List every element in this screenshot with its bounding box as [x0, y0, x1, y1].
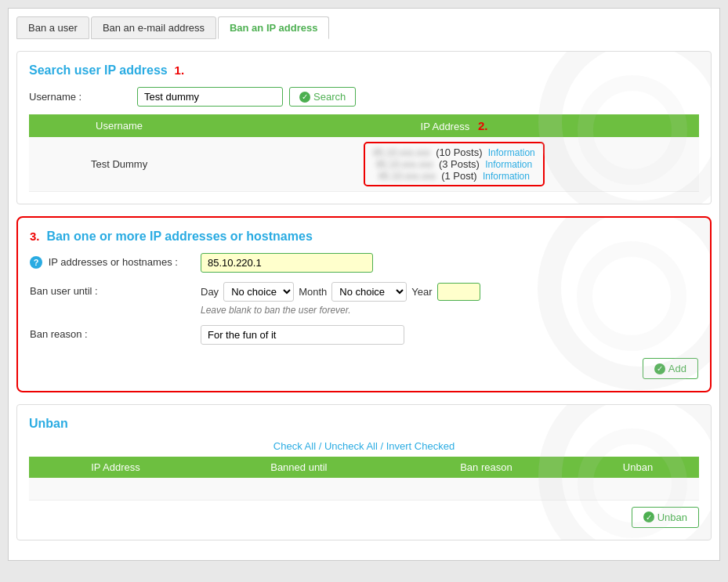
ip-input-row: ? IP addresses or hostnames : [30, 253, 698, 273]
ip-addr-1: 85.10.xxx.xxx [373, 147, 430, 158]
ip-entry-1: 85.10.xxx.xxx (10 Posts) Information [373, 146, 534, 158]
month-label: Month [299, 286, 327, 298]
unban-cell-2 [202, 478, 396, 500]
ip-posts-1: (10 Posts) [436, 146, 482, 158]
add-check-icon: ✓ [654, 363, 665, 374]
ban-until-label: Ban user until : [30, 282, 194, 297]
forever-hint: Leave blank to ban the user forever. [201, 305, 480, 316]
ip-label-text: IP addresses or hostnames : [49, 256, 178, 268]
ip-info-box: 85.10.xxx.xxx (10 Posts) Information 85.… [364, 142, 544, 186]
ban-title: 3. Ban one or more IP addresses or hostn… [30, 230, 698, 244]
year-input[interactable] [437, 283, 480, 301]
ip-addr-3: 85.10.xxx.xxx [378, 171, 436, 182]
invert-checked-link[interactable]: Invert Checked [386, 440, 455, 452]
info-link-2[interactable]: Information [485, 159, 532, 170]
col-username: Username [29, 114, 209, 137]
tab-ban-ip[interactable]: Ban an IP address [218, 16, 329, 39]
ban-section: 3. Ban one or more IP addresses or hostn… [16, 216, 712, 392]
day-select[interactable]: No choice 123 [223, 282, 294, 302]
help-icon: ? [30, 256, 42, 269]
search-section: Search user IP address 1. Username : ✓ S… [16, 51, 712, 204]
unban-title: Unban [29, 417, 699, 431]
col-unban: Unban [577, 457, 699, 478]
ip-posts-3: (1 Post) [441, 170, 477, 182]
step-3: 3. [30, 230, 40, 243]
add-button[interactable]: ✓ Add [643, 358, 698, 379]
year-label: Year [411, 286, 432, 298]
col-ip-label: IP Address [421, 121, 470, 132]
add-button-label: Add [668, 363, 686, 374]
tabs-bar: Ban a user Ban an e-mail address Ban an … [16, 16, 712, 39]
col-ip-unban: IP Address [29, 457, 202, 478]
sep2: / [380, 440, 386, 452]
step-1: 1. [175, 63, 185, 77]
ip-entry-3: 85.10.xxx.xxx (1 Post) Information [373, 170, 534, 182]
unban-empty-row [29, 478, 699, 500]
table-row: Test Dummy 85.10.xxx.xxx (10 Posts) Info… [29, 137, 699, 192]
search-results-table: Username IP Address 2. Test Dummy 85.10.… [29, 114, 699, 192]
unban-cell-1 [29, 478, 202, 500]
sep1: / [319, 440, 324, 452]
ban-reason-input[interactable] [201, 325, 404, 345]
uncheck-all-link[interactable]: Uncheck All [324, 440, 378, 452]
ban-reason-row: Ban reason : [30, 325, 698, 345]
ip-posts-2: (3 Posts) [439, 158, 480, 170]
ip-addr-2: 85.10.xxx.xxx [376, 159, 433, 170]
col-banned-until: Banned until [202, 457, 396, 478]
ip-entry-2: 85.10.xxx.xxx (3 Posts) Information [373, 158, 534, 170]
ban-reason-label: Ban reason : [30, 325, 194, 340]
main-container: Ban a user Ban an e-mail address Ban an … [8, 8, 720, 561]
search-title: Search user IP address 1. [29, 63, 699, 78]
ban-until-fields: Day No choice 123 Month No choice Januar… [201, 282, 480, 316]
unban-button-label: Unban [657, 512, 687, 523]
result-username: Test Dummy [29, 137, 209, 192]
search-title-text: Search user IP address [29, 63, 168, 77]
col-ban-reason: Ban reason [396, 457, 577, 478]
unban-button-row: ✓ Unban [29, 501, 699, 528]
col-ip-header: IP Address 2. [209, 114, 699, 137]
unban-check-icon: ✓ [643, 512, 654, 522]
check-all-link[interactable]: Check All [273, 440, 316, 452]
info-link-1[interactable]: Information [488, 147, 535, 158]
username-row: Username : ✓ Search [29, 87, 699, 107]
search-button-label: Search [313, 91, 346, 103]
date-row: Day No choice 123 Month No choice Januar… [201, 282, 480, 302]
unban-cell-4 [577, 478, 699, 500]
result-ip-cell: 85.10.xxx.xxx (10 Posts) Information 85.… [209, 137, 699, 192]
unban-button[interactable]: ✓ Unban [632, 507, 699, 528]
ip-input-label: ? IP addresses or hostnames : [30, 253, 194, 269]
tab-ban-email[interactable]: Ban an e-mail address [91, 16, 216, 39]
tab-ban-user[interactable]: Ban a user [16, 16, 89, 39]
step-2: 2. [478, 119, 488, 132]
day-label: Day [201, 286, 219, 298]
info-link-3[interactable]: Information [483, 171, 530, 182]
ban-title-text: Ban one or more IP addresses or hostname… [46, 230, 312, 243]
month-select[interactable]: No choice JanuaryFebruaryMarch AprilMayJ… [331, 282, 407, 302]
search-button[interactable]: ✓ Search [289, 87, 356, 107]
search-check-icon: ✓ [299, 92, 310, 103]
unban-table: IP Address Banned until Ban reason Unban [29, 457, 699, 501]
unban-section: Unban Check All / Uncheck All / Invert C… [16, 404, 712, 540]
username-label: Username : [29, 91, 131, 103]
ip-input-field[interactable] [201, 253, 373, 273]
username-input[interactable] [137, 87, 283, 107]
check-controls: Check All / Uncheck All / Invert Checked [29, 440, 699, 452]
ban-until-row: Ban user until : Day No choice 123 Month… [30, 282, 698, 316]
unban-cell-3 [396, 478, 577, 500]
add-button-row: ✓ Add [30, 354, 698, 379]
